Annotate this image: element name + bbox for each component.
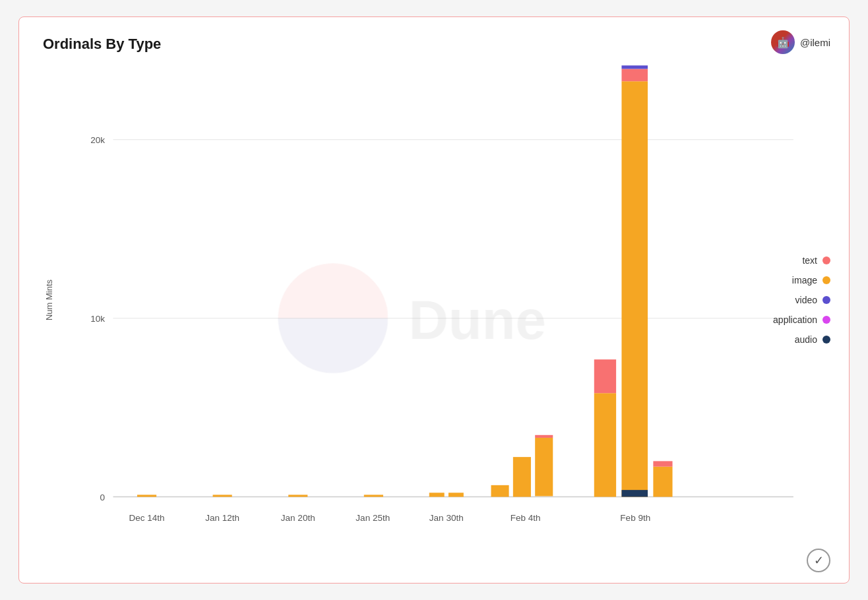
svg-text:Jan 12th: Jan 12th [205,513,239,523]
legend-dot-text [822,256,830,264]
y-axis-label: Num Mints [44,280,54,320]
bar-feb9-main-text [621,69,648,81]
svg-text:Dec 14th: Dec 14th [129,513,164,523]
checkmark-button[interactable]: ✓ [807,549,830,572]
bar-jan20-image [288,495,307,496]
legend-label-image: image [792,275,817,285]
bar-feb9-1-image [594,393,616,496]
legend-dot-image [822,276,830,284]
legend-label-application: application [773,315,817,325]
svg-text:Feb 4th: Feb 4th [511,513,541,523]
legend-label-audio: audio [795,334,817,345]
svg-rect-14 [278,263,388,318]
bar-feb4-1 [491,485,509,497]
bar-chart-svg: 0 10k 20k [72,38,828,543]
bar-jan30a [429,493,445,496]
legend-item-audio: audio [773,334,830,345]
bar-jan30b [449,493,464,496]
svg-text:Jan 25th: Jan 25th [356,513,390,523]
chart-area: 0 10k 20k [72,38,828,543]
bar-dec14-image [137,495,156,496]
legend-item-application: application [773,315,830,325]
svg-text:10k: 10k [90,314,105,324]
legend-dot-application [822,316,830,324]
bar-feb4-2 [513,457,531,496]
svg-text:0: 0 [100,493,105,502]
svg-text:Feb 9th: Feb 9th [620,513,650,523]
svg-text:20k: 20k [90,135,105,145]
watermark: Dune [278,263,546,373]
chart-container: Ordinals By Type 🤖 @ilemi Num Mints 0 10… [18,16,850,584]
legend-label-video: video [795,295,817,305]
bar-feb9-3-text [653,461,672,466]
svg-text:Jan 30th: Jan 30th [429,513,464,523]
legend-label-text: text [802,255,817,266]
bar-feb9-main-audio [621,490,648,496]
svg-text:Dune: Dune [408,289,545,351]
bar-jan25-image [364,495,383,496]
bar-feb4-3-text [535,435,553,438]
bar-feb9-main-video [621,65,648,69]
checkmark-icon: ✓ [814,553,824,568]
bar-jan12-image [213,495,232,496]
legend-dot-audio [822,336,830,344]
svg-rect-15 [278,318,388,373]
bar-feb9-3-image [653,467,672,497]
bar-feb9-main-image [621,81,648,496]
legend-item-text: text [773,255,830,266]
bar-feb9-1-text [594,359,616,393]
legend-dot-video [822,296,830,304]
bar-feb4-3-image [535,438,553,496]
legend-item-image: image [773,275,830,285]
legend: text image video application audio [773,255,830,345]
legend-item-video: video [773,295,830,305]
svg-text:Jan 20th: Jan 20th [281,513,315,523]
